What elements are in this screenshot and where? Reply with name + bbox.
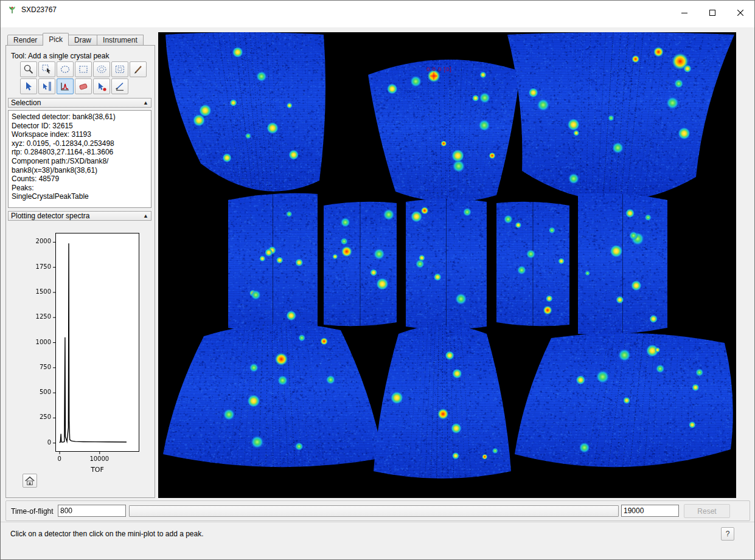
draw-ring-rectangle-tool-button[interactable] (111, 61, 128, 77)
tof-max-input[interactable] (621, 505, 679, 517)
instrument-3d-view[interactable]: 0 0 0 [0] (158, 32, 736, 498)
edit-shape-tool-button[interactable] (38, 61, 55, 77)
tof-label: Time-of-flight (11, 507, 54, 516)
titlebar: SXD23767 (1, 1, 754, 27)
plotting-section-title: Plotting detector spectra (11, 212, 89, 220)
reset-button[interactable]: Reset (684, 504, 730, 518)
tab-render[interactable]: Render (7, 35, 43, 46)
erase-peak-icon (78, 81, 89, 92)
collapse-up-icon[interactable]: ▲ (143, 100, 148, 106)
tab-bar: Render Pick Draw Instrument (7, 33, 144, 46)
pick-tab-content: Tool: Add a single crystal peak (5, 45, 155, 498)
info-line-xyz: xyz: 0.0195, -0.12834,0.253498 (12, 139, 148, 148)
status-message: Click on a detector then click on the mi… (10, 530, 204, 538)
minimize-button[interactable] (670, 1, 698, 25)
close-button[interactable] (726, 1, 754, 25)
pick-pixel-icon (23, 81, 34, 92)
draw-ellipse-icon (60, 64, 71, 75)
draw-ring-ellipse-tool-button[interactable] (93, 61, 110, 77)
home-button[interactable] (23, 474, 37, 488)
tof-min-input[interactable] (58, 505, 126, 517)
info-line-component-path-1: Component path:/SXD/bank8/ (12, 157, 148, 166)
help-button[interactable]: ? (721, 527, 734, 541)
info-line-detector-id: Detector ID: 32615 (12, 122, 148, 131)
minimize-icon (681, 10, 687, 16)
add-peak-tool-button[interactable] (57, 78, 74, 94)
zoom-tool-button[interactable] (20, 61, 37, 77)
align-peaks-tool-button[interactable] (111, 78, 128, 94)
collapse-up-icon[interactable]: ▲ (143, 213, 148, 219)
maximize-icon (709, 10, 715, 16)
draw-ring-rectangle-icon (114, 64, 125, 75)
tab-draw[interactable]: Draw (69, 35, 97, 46)
info-line-selected-detector: Selected detector: bank8(38,61) (12, 112, 148, 122)
peak-hkl-label: 0 0 0 [0] (416, 66, 462, 72)
app-icon (7, 5, 17, 15)
tof-control-bar: Time-of-flight Reset (5, 500, 750, 521)
active-tool-label: Tool: Add a single crystal peak (11, 52, 109, 60)
control-panel: Render Pick Draw Instrument Tool: Add a … (5, 33, 155, 498)
close-icon (737, 10, 743, 16)
align-peaks-icon (114, 81, 125, 92)
pick-pixel-tool-button[interactable] (20, 78, 37, 94)
status-bar: Click on a detector then click on the mi… (1, 522, 754, 559)
draw-ellipse-tool-button[interactable] (57, 61, 74, 77)
selection-section-header[interactable]: Selection ▲ (8, 98, 151, 108)
selection-info-box: Selected detector: bank8(38,61) Detector… (8, 110, 151, 208)
info-line-peak-table: SingleCrystalPeakTable (12, 192, 148, 201)
info-line-workspace-index: Workspace index: 31193 (12, 130, 148, 139)
window-controls (670, 1, 754, 25)
add-peak-icon (60, 81, 71, 92)
tab-pick[interactable]: Pick (43, 33, 69, 46)
toolbar-row-1 (20, 61, 147, 77)
pick-tube-tool-button[interactable] (38, 78, 55, 94)
window-title: SXD23767 (21, 5, 57, 14)
edit-shape-icon (41, 64, 52, 75)
info-line-peaks: Peaks: (12, 184, 148, 193)
app-window: SXD23767 Render Pick Draw Instrument Too… (0, 0, 755, 560)
tab-instrument[interactable]: Instrument (97, 35, 144, 46)
mini-plot[interactable] (21, 229, 142, 481)
selection-section-title: Selection (11, 99, 41, 107)
maximize-button[interactable] (698, 1, 726, 25)
detector-banks-canvas[interactable] (158, 32, 736, 498)
info-line-component-path-2: bank8(x=38)/bank8(38,61) (12, 166, 148, 175)
toolbar-row-2 (20, 78, 128, 94)
draw-rectangle-icon (78, 64, 89, 75)
info-line-counts: Counts: 48579 (12, 175, 148, 184)
draw-free-tool-button[interactable] (130, 61, 147, 77)
tof-range-slider[interactable] (129, 505, 619, 517)
draw-free-icon (133, 64, 144, 75)
info-line-rtp: rtp: 0.284803,27.1164,-81.3606 (12, 148, 148, 157)
erase-peak-tool-button[interactable] (75, 78, 92, 94)
plotting-section-header[interactable]: Plotting detector spectra ▲ (8, 211, 151, 221)
zoom-icon (23, 64, 34, 75)
draw-rectangle-tool-button[interactable] (75, 61, 92, 77)
compare-detector-tool-button[interactable] (93, 78, 110, 94)
pick-tube-icon (41, 81, 52, 92)
draw-ring-ellipse-icon (96, 64, 107, 75)
home-icon (24, 476, 35, 486)
compare-detector-icon (96, 81, 107, 92)
